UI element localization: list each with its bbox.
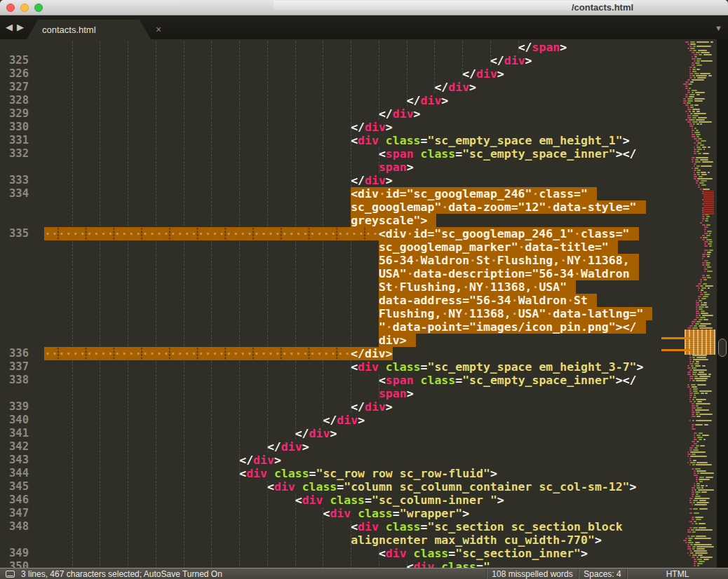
code-row[interactable]: 341</div> [0, 427, 673, 440]
code-row[interactable]: span> [0, 387, 673, 400]
code-line[interactable]: </div> [44, 67, 673, 81]
code-row[interactable]: 336·····································… [0, 347, 673, 360]
code-line[interactable]: greyscale"> [44, 214, 673, 227]
code-line[interactable]: sc_googlemap_marker"·data-title=" [44, 240, 673, 254]
code-row[interactable]: 339</div> [0, 400, 673, 414]
code-line[interactable]: </div> [44, 427, 673, 440]
code-line[interactable]: <div class="column sc_column_container s… [44, 480, 673, 493]
indentation-status[interactable]: Spaces: 4 [578, 568, 626, 579]
tab-overflow-icon[interactable]: ▼ [715, 24, 722, 32]
indent-guide [184, 374, 184, 387]
code-line[interactable]: </div> [44, 121, 673, 134]
code-row[interactable]: div> [0, 334, 673, 347]
code-line[interactable]: </div> [44, 54, 673, 67]
editor-pane[interactable]: </span>325</div>326</div>327</div>328</d… [0, 39, 728, 568]
code-row[interactable]: </span> [0, 41, 673, 54]
code-line[interactable]: 56-34·Waldron·St·Flushing,·NY·11368, [44, 254, 673, 267]
code-line[interactable]: <div class="sc_empty_space em_height_3-7… [44, 360, 673, 374]
code-row[interactable]: 325</div> [0, 54, 673, 67]
code-line[interactable]: ········································… [44, 227, 673, 240]
code-row[interactable]: 330</div> [0, 121, 673, 134]
code-row[interactable]: 344<div class="sc_row row sc_row-fluid"> [0, 467, 673, 480]
code-line[interactable]: Flushing,·NY·11368,·USA"·data-latlng=" [44, 307, 673, 320]
code-line[interactable]: USA"·data-description="56-34·Waldron [44, 267, 673, 280]
code-line[interactable]: <div class="sc_column-inner "> [44, 493, 673, 507]
code-line[interactable]: </div> [44, 400, 673, 414]
code-row[interactable]: data-address="56-34·Waldron·St [0, 294, 673, 307]
code-row[interactable]: 332<span class="sc_empty_space_inner"></ [0, 147, 673, 161]
code-row[interactable]: 348<div class="sc_section sc_section_blo… [0, 520, 673, 533]
code-line[interactable]: span> [44, 387, 673, 400]
code-row[interactable]: 335·····································… [0, 227, 673, 240]
code-line[interactable]: span> [44, 161, 673, 174]
code-line[interactable]: "·data-point="images/icon_pin.png"></ [44, 320, 673, 334]
code-line[interactable]: <div class="sc_row row sc_row-fluid"> [44, 467, 673, 480]
code-line[interactable]: <div·id="sc_googlemap_246"·class=" [44, 187, 673, 200]
minimap-row [698, 184, 700, 186]
code-row[interactable]: 349<div class="sc_section_inner"> [0, 547, 673, 560]
code-row[interactable]: 329</div> [0, 107, 673, 121]
code-row[interactable]: "·data-point="images/icon_pin.png"></ [0, 320, 673, 334]
code-row[interactable]: 346<div class="sc_column-inner "> [0, 493, 673, 507]
code-line[interactable]: aligncenter max_width cu_width-770"> [44, 533, 673, 547]
code-line[interactable]: <div class="sc_empty_space em_height_1"> [44, 134, 673, 147]
code-line[interactable]: </div> [44, 94, 673, 107]
code-row[interactable]: aligncenter max_width cu_width-770"> [0, 533, 673, 547]
code-line[interactable]: </span> [44, 41, 673, 54]
code-line[interactable]: <div class="sc_section_inner"> [44, 547, 673, 560]
scrollbar-track[interactable] [717, 39, 728, 568]
code-row[interactable]: span> [0, 161, 673, 174]
code-line[interactable]: ········································… [44, 347, 673, 360]
code-line[interactable]: </div> [44, 174, 673, 187]
misspelled-words-status[interactable]: 108 misspelled words [486, 568, 578, 579]
code-line[interactable]: St·Flushing,·NY·11368,·USA" [44, 280, 673, 294]
code-line[interactable]: <div class=" [44, 560, 673, 568]
minimize-window-button[interactable] [20, 4, 29, 12]
code-line[interactable]: <span class="sc_empty_space_inner"></ [44, 147, 673, 161]
code-line[interactable]: div> [44, 334, 673, 347]
code-row[interactable]: 327</div> [0, 81, 673, 94]
code-row[interactable]: sc_googlemap_marker"·data-title=" [0, 240, 673, 254]
code-line[interactable]: </div> [44, 440, 673, 454]
scrollbar-thumb[interactable] [718, 339, 727, 357]
code-line[interactable]: <div class="sc_section sc_section_block [44, 520, 673, 533]
titlebar[interactable]: /contacts.html [0, 0, 728, 15]
code-area[interactable]: </span>325</div>326</div>327</div>328</d… [0, 41, 673, 568]
code-line[interactable]: </div> [44, 81, 673, 94]
code-row[interactable]: 350<div class=" [0, 560, 673, 568]
code-row[interactable]: 345<div class="column sc_column_containe… [0, 480, 673, 493]
zoom-window-button[interactable] [34, 4, 43, 12]
code-row[interactable]: 56-34·Waldron·St·Flushing,·NY·11368, [0, 254, 673, 267]
back-icon[interactable]: ◀ [6, 22, 13, 33]
code-line[interactable]: data-address="56-34·Waldron·St [44, 294, 673, 307]
code-row[interactable]: greyscale"> [0, 214, 673, 227]
forward-icon[interactable]: ▶ [17, 22, 24, 33]
code-row[interactable]: 347<div class="wrapper"> [0, 507, 673, 520]
code-row[interactable]: USA"·data-description="56-34·Waldron [0, 267, 673, 280]
code-line[interactable]: </div> [44, 414, 673, 427]
code-line[interactable]: </div> [44, 454, 673, 467]
code-row[interactable]: 328</div> [0, 94, 673, 107]
tab-close-icon[interactable]: × [151, 24, 166, 35]
code-row[interactable]: 340</div> [0, 414, 673, 427]
code-row[interactable]: 343</div> [0, 454, 673, 467]
close-window-button[interactable] [6, 4, 15, 12]
code-row[interactable]: sc_googlemap"·data-zoom="12"·data-style=… [0, 200, 673, 214]
code-row[interactable]: Flushing,·NY·11368,·USA"·data-latlng=" [0, 307, 673, 320]
minimap[interactable] [670, 39, 715, 568]
code-row[interactable]: St·Flushing,·NY·11368,·USA" [0, 280, 673, 294]
tab-contacts-html[interactable]: contacts.html [27, 20, 151, 39]
code-row[interactable]: 326</div> [0, 67, 673, 81]
code-line[interactable]: <span class="sc_empty_space_inner"></ [44, 374, 673, 387]
code-line[interactable]: </div> [44, 107, 673, 121]
code-row[interactable]: 333</div> [0, 174, 673, 187]
code-row[interactable]: 338<span class="sc_empty_space_inner"></ [0, 374, 673, 387]
code-row[interactable]: 342</div> [0, 440, 673, 454]
syntax-status[interactable]: HTML [626, 568, 728, 579]
code-row[interactable]: 331<div class="sc_empty_space em_height_… [0, 134, 673, 147]
code-line[interactable]: sc_googlemap"·data-zoom="12"·data-style=… [44, 200, 673, 214]
panel-toggle-icon[interactable] [6, 571, 15, 578]
code-row[interactable]: 334<div·id="sc_googlemap_246"·class=" [0, 187, 673, 200]
code-line[interactable]: <div class="wrapper"> [44, 507, 673, 520]
code-row[interactable]: 337<div class="sc_empty_space em_height_… [0, 360, 673, 374]
